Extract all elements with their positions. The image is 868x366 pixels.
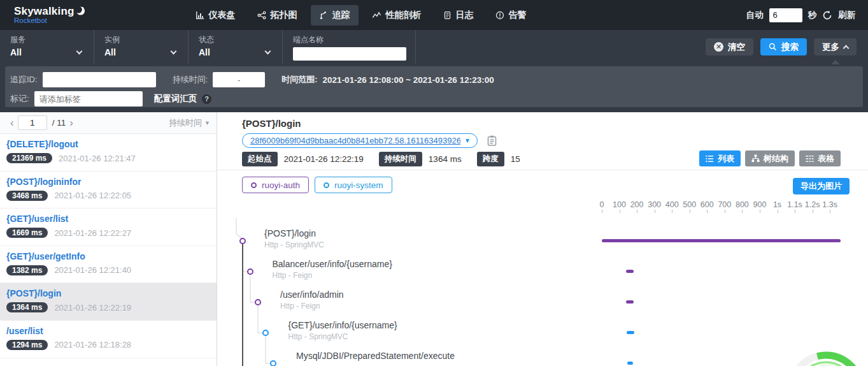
sort-selector[interactable]: 持续时间 ▼ — [169, 117, 210, 129]
time-range-label: 时间范围: — [281, 74, 317, 85]
menu-item-trace[interactable]: 追踪 — [311, 5, 359, 26]
axis-tick-mark — [760, 210, 760, 213]
span-duration-bar[interactable] — [626, 300, 634, 304]
axis-tick-mark — [690, 210, 690, 213]
trace-list-item[interactable]: {POST}/login1364 ms2021-01-26 12:22:19 — [0, 283, 217, 321]
tag-input[interactable] — [34, 91, 143, 106]
service-filter[interactable]: 服务 All — [0, 30, 94, 64]
trace-list-item[interactable]: {POST}/logininfor3468 ms2021-01-26 12:22… — [0, 172, 217, 209]
axis-tick: 300 — [641, 200, 669, 209]
service-chip-ruoyi-system[interactable]: ruoyi-system — [315, 177, 392, 193]
service-chip-ruoyi-auth[interactable]: ruoyi-auth — [242, 177, 309, 193]
trace-id-select[interactable]: 28f6009b69f04d9bbaac4d0b841ebb72.58.1611… — [242, 133, 478, 148]
axis-tick-mark — [813, 210, 813, 213]
progress-gauge — [781, 346, 868, 366]
menu-item-log[interactable]: 日志 — [435, 5, 482, 26]
axis-tick: 600 — [693, 200, 721, 209]
status-filter[interactable]: 状态 All — [189, 30, 283, 64]
axis-tick-mark — [620, 210, 620, 213]
span-row[interactable]: /user/info/admin Http - Feign — [217, 287, 868, 318]
log-icon — [443, 11, 452, 20]
search-icon — [769, 43, 777, 51]
duration-input[interactable] — [213, 72, 265, 87]
start-value: 2021-01-26 12:22:19 — [284, 154, 364, 164]
trace-list-item[interactable]: {GET}/user/list1669 ms2021-01-26 12:22:2… — [0, 209, 217, 246]
sort-label: 持续时间 — [169, 117, 202, 129]
axis-tick-mark — [778, 210, 778, 213]
span-name: {GET}/user/info/{username} — [288, 320, 397, 330]
auto-interval-input[interactable] — [769, 8, 802, 22]
instance-filter[interactable]: 实例 All — [94, 30, 189, 64]
advanced-search-wrap: 追踪ID: 持续时间: 时间范围: 2021-01-26 12:08:00 ~ … — [0, 64, 868, 112]
trace-id-label: 追踪ID: — [10, 74, 38, 85]
span-row[interactable]: {GET}/user/info/{username} Http - Spring… — [217, 318, 868, 348]
refresh-icon[interactable] — [822, 10, 832, 20]
endpoint-name-input[interactable] — [293, 47, 406, 61]
trace-timestamp: 2021-01-26 12:21:40 — [54, 265, 131, 275]
menu-item-alarm[interactable]: 告警 — [487, 5, 535, 26]
service-value: All — [10, 47, 22, 57]
menu-item-dashboard[interactable]: 仪表盘 — [187, 5, 244, 26]
copy-clipboard-icon[interactable] — [487, 135, 497, 146]
prev-page-arrow[interactable]: ‹ — [6, 117, 18, 129]
span-node-icon — [247, 268, 253, 275]
axis-tick: 1.3s — [816, 200, 844, 209]
axis-tick-mark — [637, 210, 637, 213]
trace-item-name[interactable]: {POST}/login — [6, 288, 217, 298]
top-navbar: Skywalking Rocketbot 仪表盘 拓扑图 追踪 — [0, 0, 868, 30]
trace-duration-badge: 1364 ms — [6, 302, 48, 312]
span-node-icon — [255, 299, 261, 305]
view-table-button[interactable]: 表格 — [799, 150, 841, 166]
menu-label: 告警 — [509, 10, 527, 21]
next-page-arrow[interactable]: › — [66, 117, 77, 129]
trace-item-name[interactable]: {DELETE}/logout — [6, 139, 217, 149]
span-duration-bar[interactable] — [627, 362, 633, 365]
service-label: 服务 — [10, 34, 85, 45]
trace-list-item[interactable]: {GET}/user/getInfo1382 ms2021-01-26 12:2… — [0, 246, 217, 284]
span-duration-bar[interactable] — [626, 270, 634, 273]
advanced-search-panel: 追踪ID: 持续时间: 时间范围: 2021-01-26 12:08:00 ~ … — [5, 66, 863, 107]
menu-item-profile[interactable]: 性能剖析 — [364, 5, 430, 26]
span-row[interactable]: Balancer/user/info/{username} Http - Fei… — [217, 256, 868, 287]
chevron-down-icon — [171, 48, 177, 55]
logo-title: Skywalking — [14, 6, 75, 17]
help-question-icon[interactable]: ? — [202, 94, 211, 104]
view-table-label: 表格 — [818, 153, 834, 165]
span-duration-bar[interactable] — [602, 239, 841, 242]
status-label: 状态 — [199, 34, 273, 45]
app-logo[interactable]: Skywalking Rocketbot — [14, 6, 85, 25]
view-list-button[interactable]: 列表 — [699, 150, 741, 166]
menu-label: 拓扑图 — [271, 10, 297, 21]
trace-id-value: 28f6009b69f04d9bbaac4d0b841ebb72.58.1611… — [250, 136, 460, 145]
trace-item-name[interactable]: {GET}/user/list — [6, 214, 217, 224]
trace-duration-badge: 21369 ms — [6, 153, 52, 163]
view-tree-button[interactable]: 树结构 — [745, 150, 795, 166]
export-image-button[interactable]: 导出为图片 — [793, 178, 850, 194]
refresh-button[interactable]: 刷新 — [838, 10, 855, 21]
trace-timestamp: 2021-01-26 12:22:05 — [54, 191, 131, 200]
trace-item-name[interactable]: {GET}/user/getInfo — [6, 251, 217, 261]
filter-bar: 服务 All 实例 All 状态 All 端点名称 ✕ — [0, 30, 868, 64]
span-row[interactable]: Mysql/JDBI/PreparedStatement/execute — [217, 348, 868, 366]
trace-list-item[interactable]: {DELETE}/logout21369 ms2021-01-26 12:21:… — [0, 134, 217, 172]
time-range-value: 2021-01-26 12:08:00 ~ 2021-01-26 12:23:0… — [323, 75, 494, 85]
clear-button[interactable]: ✕ 清空 — [706, 38, 753, 55]
trace-item-name[interactable]: {POST}/logininfor — [6, 177, 217, 187]
trace-title: {POST}/login — [242, 118, 301, 129]
span-duration-bar[interactable] — [627, 331, 634, 334]
dashboard-icon — [196, 11, 204, 20]
page-number-input[interactable] — [18, 115, 47, 130]
span-row[interactable]: {POST}/login Http - SpringMVC — [217, 226, 868, 256]
span-node-icon — [239, 238, 246, 244]
more-button[interactable]: 更多 — [814, 38, 857, 55]
config-vocabulary-link[interactable]: 配置词汇页 — [154, 93, 197, 105]
trace-duration-badge: 1669 ms — [6, 228, 48, 238]
trace-list-item[interactable]: /user/list1294 ms2021-01-26 12:18:28 — [0, 321, 217, 358]
axis-tick-mark — [655, 210, 655, 213]
menu-item-topology[interactable]: 拓扑图 — [249, 5, 306, 26]
trace-id-input[interactable] — [43, 72, 156, 87]
axis-tick-mark — [742, 210, 743, 213]
trace-meta-row: 起始点 2021-01-26 12:22:19 持续时间 1364 ms 跨度 … — [242, 152, 529, 166]
search-button[interactable]: 搜索 — [760, 38, 807, 55]
trace-item-name[interactable]: /user/list — [6, 326, 217, 336]
